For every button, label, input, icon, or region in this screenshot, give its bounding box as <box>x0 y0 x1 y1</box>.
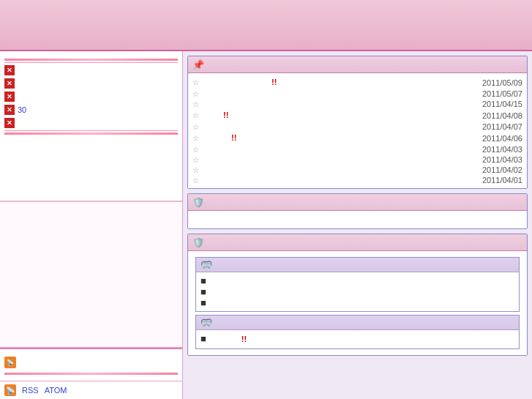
entry-date-6: 2011/04/06 <box>464 134 522 143</box>
entry-row-3: ☆ 2011/04/15 <box>192 99 522 109</box>
panel-3-header: 🛡️ <box>188 234 527 251</box>
entries-panel: 📌 ☆ !! 2011/05/09 ☆ 2011/05/07 ☆ <box>187 56 528 189</box>
entry-date-9: 2011/04/02 <box>464 165 522 174</box>
atom-link[interactable]: ATOM <box>45 386 67 395</box>
star-2: ☆ <box>192 90 204 98</box>
content-area: 📌 ☆ !! 2011/05/09 ☆ 2011/05/07 ☆ <box>183 51 532 399</box>
sidebar-link-30[interactable]: 30 <box>18 105 26 114</box>
sidebar-item-3: ✕ <box>4 90 178 103</box>
sidebar-top: ✕ ✕ ✕ ✕ 30 ✕ <box>0 51 182 201</box>
x-icon-5: ✕ <box>4 118 15 128</box>
panel-2-body <box>188 211 527 228</box>
stripe-bar-2 <box>4 62 178 63</box>
entries-panel-header: 📌 <box>188 56 527 73</box>
bullet-item-1: ■ <box>201 275 514 286</box>
sidebar-middle <box>0 201 182 348</box>
bullet-4: ■ <box>201 334 206 345</box>
star-5: ☆ <box>192 123 204 131</box>
bullet-3: ■ <box>201 298 206 307</box>
star-8: ☆ <box>192 156 204 164</box>
bullet-item-3: ■ <box>201 297 514 308</box>
entry-row-10: ☆ 2011/04/01 <box>192 175 522 185</box>
rss-icon-sidebar: 📡 <box>4 357 16 368</box>
x-icon-3: ✕ <box>4 92 15 102</box>
star-9: ☆ <box>192 166 204 174</box>
bullet-item-2: ■ <box>201 286 514 297</box>
sidebar-item-2: ✕ <box>4 77 178 90</box>
sidebar: ✕ ✕ ✕ ✕ 30 ✕ � <box>0 51 183 399</box>
entry-title-1: !! <box>204 77 464 88</box>
sub-panel-2-body: ■ !! <box>196 330 519 348</box>
panel-2-icon: 🛡️ <box>192 196 204 208</box>
star-7: ☆ <box>192 146 204 154</box>
main-layout: ✕ ✕ ✕ ✕ 30 ✕ � <box>0 51 532 399</box>
entry-row-2: ☆ 2011/05/07 <box>192 89 522 99</box>
goggles-icon-2: 🥽 <box>201 317 212 328</box>
stripe-bar-3 <box>4 130 178 131</box>
sidebar-item-5: ✕ <box>4 116 178 130</box>
entry-title-6: !! <box>204 133 464 143</box>
panel-2-header: 🛡️ <box>188 194 527 211</box>
star-4: ☆ <box>192 111 204 119</box>
bullet-item-4: ■ !! <box>201 333 514 346</box>
sidebar-footer: 📡 RSS ATOM <box>0 381 182 399</box>
goggles-icon-1: 🥽 <box>201 259 212 270</box>
entry-row-7: ☆ 2011/04/03 <box>192 144 522 154</box>
sub-panel-2: 🥽 ■ !! <box>195 315 520 349</box>
stripe-bar-4 <box>4 133 178 135</box>
bullet-2: ■ <box>201 287 206 297</box>
entry-date-8: 2011/04/03 <box>464 155 522 164</box>
sidebar-bottom: 📡 <box>0 348 182 381</box>
sidebar-item-1: ✕ <box>4 64 178 77</box>
sub-panel-1-body: ■ ■ ■ <box>196 272 519 311</box>
entry-date-5: 2011/04/07 <box>464 122 522 131</box>
entries-panel-body: ☆ !! 2011/05/09 ☆ 2011/05/07 ☆ 2011/04/1… <box>188 73 527 188</box>
entry-date-3: 2011/04/15 <box>464 100 522 108</box>
star-3: ☆ <box>192 100 204 108</box>
rss-link[interactable]: RSS <box>22 386 39 395</box>
star-1: ☆ <box>192 78 204 86</box>
entry-row-1: ☆ !! 2011/05/09 <box>192 76 522 89</box>
entry-date-10: 2011/04/01 <box>464 176 522 184</box>
sidebar-item-4[interactable]: ✕ 30 <box>4 103 178 116</box>
entry-row-5: ☆ 2011/04/07 <box>192 122 522 132</box>
entry-date-4: 2011/04/08 <box>464 111 522 120</box>
entry-date-1: 2011/05/09 <box>464 78 522 87</box>
stripe-bar-5 <box>4 373 178 375</box>
panel-3-body: 🥽 ■ ■ ■ <box>188 251 527 355</box>
bullet-1: ■ <box>201 276 206 286</box>
x-icon-1: ✕ <box>4 65 15 75</box>
star-10: ☆ <box>192 176 204 184</box>
entry-title-4: !! <box>204 110 464 121</box>
entry-row-8: ☆ 2011/04/03 <box>192 154 522 165</box>
x-icon-2: ✕ <box>4 78 15 89</box>
rss-icon-footer: 📡 <box>4 384 16 396</box>
sub-panel-1: 🥽 ■ ■ ■ <box>195 257 520 312</box>
entry-date-7: 2011/04/03 <box>464 145 522 154</box>
panel-3: 🛡️ 🥽 ■ ■ <box>187 234 528 356</box>
entries-panel-icon: 📌 <box>192 59 204 70</box>
entry-row-4: ☆ !! 2011/04/08 <box>192 109 522 122</box>
stripe-bar-1 <box>4 59 178 61</box>
x-icon-4: ✕ <box>4 105 15 115</box>
entry-row-9: ☆ 2011/04/02 <box>192 165 522 175</box>
sub-panel-1-header: 🥽 <box>196 258 519 272</box>
sub-panel-2-header: 🥽 <box>196 316 519 330</box>
header-banner <box>0 0 532 51</box>
entry-date-2: 2011/05/07 <box>464 89 522 98</box>
entry-row-6: ☆ !! 2011/04/06 <box>192 132 522 144</box>
panel-3-icon: 🛡️ <box>192 236 204 248</box>
panel-2: 🛡️ <box>187 193 528 229</box>
star-6: ☆ <box>192 134 204 142</box>
bullet-text-4: !! <box>209 334 247 345</box>
